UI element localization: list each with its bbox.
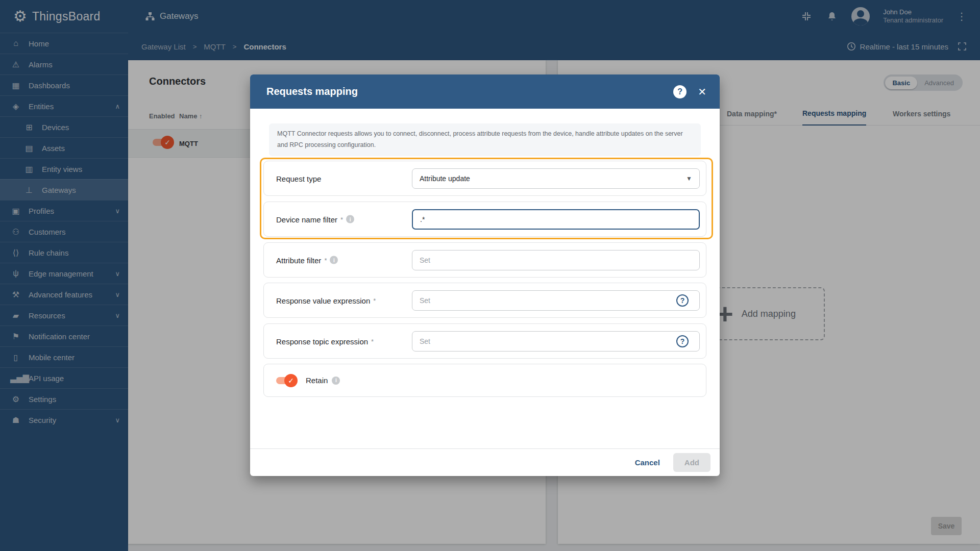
request-type-select[interactable]: Attribute update ▼	[412, 168, 700, 189]
response-value-expression-label: Response value expression	[276, 296, 370, 305]
attribute-filter-input[interactable]	[412, 250, 700, 270]
chevron-down-icon: ▼	[686, 175, 692, 182]
field-response-value-expression: Response value expression * ?	[263, 283, 706, 318]
dialog-title: Requests mapping	[266, 86, 358, 97]
expression-help-icon[interactable]: ?	[676, 294, 689, 307]
cancel-button[interactable]: Cancel	[635, 458, 660, 467]
response-topic-expression-label: Response topic expression	[276, 337, 368, 345]
info-icon[interactable]: i	[332, 377, 340, 385]
required-mark: *	[371, 337, 374, 345]
required-mark: *	[324, 256, 327, 264]
dialog-footer: Cancel Add	[250, 448, 720, 476]
check-icon: ✓	[284, 374, 298, 387]
dialog-help-icon[interactable]: ?	[673, 85, 687, 98]
field-retain: ✓ Retain i	[263, 364, 706, 397]
attribute-filter-label: Attribute filter	[276, 256, 321, 264]
device-name-filter-label: Device name filter	[276, 215, 337, 223]
field-attribute-filter: Attribute filter * i	[263, 242, 706, 278]
info-icon[interactable]: i	[346, 215, 354, 223]
request-type-value: Attribute update	[420, 174, 470, 183]
field-device-name-filter: Device name filter * i	[263, 202, 706, 237]
expression-help-icon[interactable]: ?	[676, 335, 689, 347]
response-value-expression-input[interactable]	[412, 290, 700, 311]
dialog-close-icon[interactable]: ✕	[698, 86, 706, 98]
field-response-topic-expression: Response topic expression * ?	[263, 323, 706, 359]
request-type-label: Request type	[276, 174, 321, 183]
required-mark: *	[340, 215, 343, 223]
required-mark: *	[373, 296, 376, 304]
retain-toggle[interactable]: ✓	[276, 376, 297, 385]
field-request-type: Request type Attribute update ▼	[263, 161, 706, 196]
device-name-filter-input[interactable]	[412, 209, 700, 230]
dialog-header: Requests mapping ? ✕	[250, 74, 720, 109]
add-button[interactable]: Add	[673, 453, 710, 472]
requests-mapping-dialog: Requests mapping ? ✕ MQTT Connector requ…	[250, 74, 720, 476]
info-icon[interactable]: i	[330, 256, 338, 264]
retain-label: Retain	[306, 376, 328, 385]
response-topic-expression-input[interactable]	[412, 331, 700, 352]
dialog-description: MQTT Connector requests allows you to co…	[269, 123, 701, 156]
